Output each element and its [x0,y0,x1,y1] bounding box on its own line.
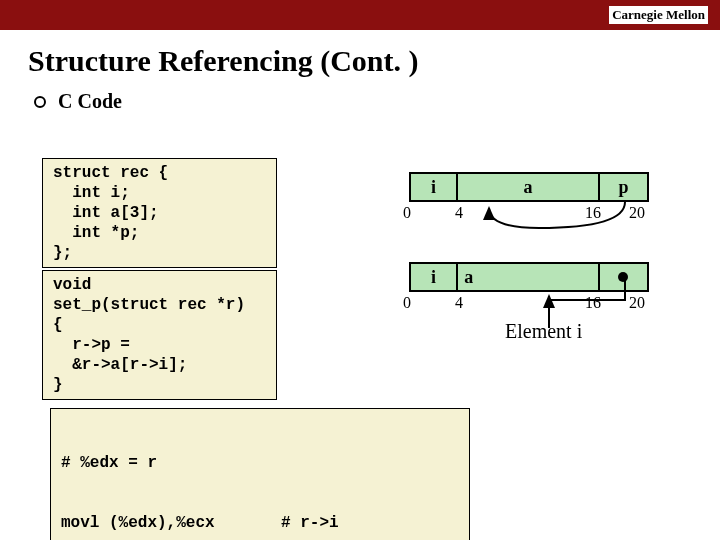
field-a: a [458,264,600,290]
bullet-row: C Code [34,90,720,113]
field-a: a [458,174,600,200]
university-label: Carnegie Mellon [609,6,708,24]
offset-20: 20 [629,294,645,312]
bullet-label: C Code [58,90,122,113]
offset-0: 0 [403,204,411,222]
asm-comment-header: # %edx = r [61,453,459,473]
bullet-icon [34,96,46,108]
code-func-def: void set_p(struct rec *r) { r->p = &r->a… [42,270,277,400]
asm-line: movl (%edx),%ecx# r->i [61,513,459,533]
struct-row-1: i a p 0 4 16 20 [385,168,695,248]
field-i: i [411,174,458,200]
element-i-label: Element i [505,320,582,343]
field-p-dot [600,264,647,290]
offset-4: 4 [455,294,463,312]
offset-20: 20 [629,204,645,222]
offset-4: 4 [455,204,463,222]
field-i: i [411,264,458,290]
pointer-dot-icon [616,270,630,284]
struct-layout-diagram: i a p 0 4 16 20 i a 0 4 16 20 Element i [385,168,695,348]
slide-title: Structure Referencing (Cont. ) [28,44,720,78]
offset-16: 16 [585,204,601,222]
top-banner: Carnegie Mellon [0,0,720,30]
offset-0: 0 [403,294,411,312]
struct-rect: i a p [409,172,649,202]
field-p: p [600,174,647,200]
code-assembly: # %edx = r movl (%edx),%ecx# r->i leal 0… [50,408,470,540]
code-struct-def: struct rec { int i; int a[3]; int *p; }; [42,158,277,268]
svg-point-0 [618,272,628,282]
offset-16: 16 [585,294,601,312]
struct-rect: i a [409,262,649,292]
